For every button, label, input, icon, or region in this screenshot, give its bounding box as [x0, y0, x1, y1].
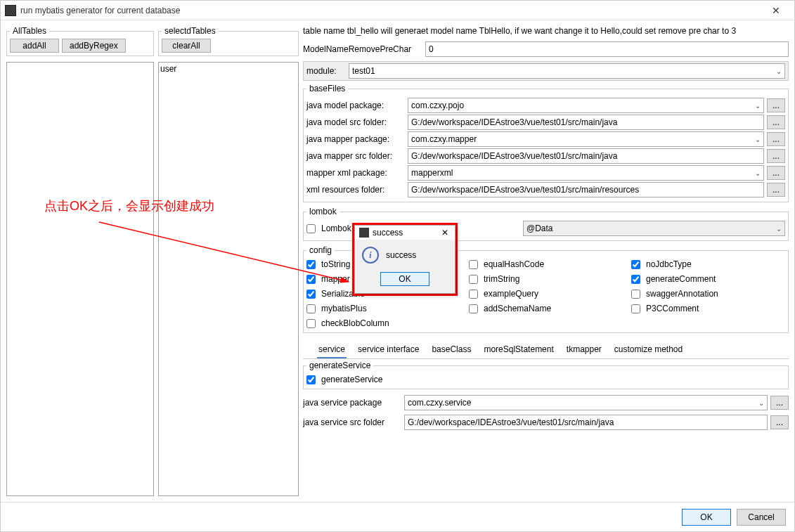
examplequery-checkbox[interactable]: [469, 290, 478, 299]
addall-button[interactable]: addAll: [10, 39, 59, 53]
javamodelpackage-input[interactable]: com.czxy.pojo⌄: [408, 98, 764, 113]
selectedtables-list[interactable]: user: [158, 62, 299, 496]
javamappersrc-input[interactable]: [408, 148, 764, 164]
javamodelsrc-input[interactable]: [408, 115, 764, 130]
basefiles-legend: baseFiles: [306, 84, 348, 93]
javamodelsrc-label: java model src folder:: [306, 117, 405, 127]
browse-button[interactable]: ...: [767, 132, 785, 146]
tab-customize[interactable]: customize method: [613, 342, 684, 358]
config-legend: config: [306, 245, 335, 255]
tab-moresql[interactable]: moreSqlStatement: [482, 342, 555, 358]
alltables-legend: AllTables: [10, 26, 49, 36]
mapperxmlpackage-label: mapper xml package:: [306, 168, 405, 178]
browse-button[interactable]: ...: [767, 166, 785, 180]
trimstring-checkbox[interactable]: [469, 275, 478, 284]
swagger-checkbox[interactable]: [631, 290, 640, 299]
javaservicepackage-label: java service package: [303, 398, 401, 408]
clearall-button[interactable]: clearAll: [162, 39, 211, 53]
p3c-checkbox[interactable]: [631, 304, 640, 313]
chevron-down-icon: ⌄: [755, 136, 761, 143]
mapper-checkbox[interactable]: [306, 275, 316, 284]
annotation-text: 点击OK之后，会显示创建成功: [44, 197, 214, 214]
tab-baseclass[interactable]: baseClass: [430, 342, 472, 358]
window-title: run mybatis generator for current databa…: [20, 6, 762, 15]
addbyregex-button[interactable]: addByRegex: [62, 39, 126, 53]
nojdbctype-checkbox[interactable]: [631, 260, 640, 269]
javamappersrc-label: java mapper src folder:: [306, 151, 405, 161]
javaservicesrc-input[interactable]: [404, 415, 768, 430]
module-label: module:: [306, 66, 346, 76]
modelnamepre-label: ModelNameRemovePreChar: [303, 44, 422, 54]
browse-button[interactable]: ...: [767, 115, 785, 129]
equalhashcode-checkbox[interactable]: [469, 260, 478, 269]
javaservicepackage-input[interactable]: com.czxy.service⌄: [404, 395, 768, 410]
basefiles-group: baseFiles java model package: com.czxy.p…: [303, 84, 789, 202]
xmlresources-label: xml resources folder:: [306, 185, 405, 195]
service-legend: generateService: [306, 361, 373, 370]
lombok-legend: lombok: [306, 207, 340, 216]
selectedtables-legend: selectdTables: [162, 26, 219, 36]
chevron-down-icon: ⌄: [776, 225, 782, 233]
app-icon: [359, 228, 369, 238]
tabs: service service interface baseClass more…: [303, 337, 789, 359]
modal-close-icon[interactable]: ✕: [439, 228, 451, 238]
mybatisplus-checkbox[interactable]: [306, 304, 316, 313]
checkblob-checkbox[interactable]: [306, 319, 316, 328]
module-select[interactable]: test01 ⌄: [349, 63, 785, 79]
lombok-data-select[interactable]: @Data⌄: [523, 221, 785, 236]
cancel-button[interactable]: Cancel: [737, 509, 786, 526]
success-modal-highlight: success ✕ i success OK: [352, 223, 458, 296]
browse-button[interactable]: ...: [770, 396, 789, 410]
ok-button[interactable]: OK: [682, 509, 731, 526]
info-icon: i: [362, 247, 379, 264]
javamapperpackage-input[interactable]: com.czxy.mapper⌄: [408, 131, 764, 147]
tab-tkmapper[interactable]: tkmapper: [565, 342, 603, 358]
serializable-checkbox[interactable]: [306, 290, 316, 299]
hint-text: table name tbl_hello will generaet model…: [303, 26, 789, 36]
lombok-checkbox[interactable]: [306, 224, 316, 233]
addschema-checkbox[interactable]: [469, 304, 478, 313]
chevron-down-icon: ⌄: [755, 169, 761, 177]
chevron-down-icon: ⌄: [776, 67, 782, 75]
tostring-checkbox[interactable]: [306, 260, 316, 269]
app-icon: [5, 5, 16, 16]
lombok-label: Lombok: [321, 223, 351, 233]
generateservice-checkbox[interactable]: [306, 375, 316, 384]
javamapperpackage-label: java mapper package:: [306, 134, 405, 144]
chevron-down-icon: ⌄: [755, 102, 761, 110]
xmlresources-input[interactable]: [408, 182, 764, 197]
tab-service-interface[interactable]: service interface: [356, 342, 420, 358]
list-item[interactable]: user: [160, 64, 297, 74]
javamodelpackage-label: java model package:: [306, 100, 405, 110]
service-group: generateService generateService: [303, 361, 789, 389]
mapperxmlpackage-input[interactable]: mapperxml⌄: [408, 165, 764, 181]
tab-service[interactable]: service: [317, 342, 347, 358]
close-icon[interactable]: ✕: [762, 5, 790, 16]
titlebar: run mybatis generator for current databa…: [1, 1, 794, 20]
browse-button[interactable]: ...: [770, 415, 789, 429]
javaservicesrc-label: java service src folder: [303, 417, 401, 427]
selectedtables-header: selectdTables clearAll: [158, 26, 299, 56]
modal-message: success: [386, 250, 416, 260]
modal-title: success: [373, 228, 439, 238]
generatecomment-checkbox[interactable]: [631, 275, 640, 284]
browse-button[interactable]: ...: [767, 98, 785, 112]
browse-button[interactable]: ...: [767, 183, 785, 197]
browse-button[interactable]: ...: [767, 149, 785, 163]
chevron-down-icon: ⌄: [758, 399, 764, 407]
alltables-list[interactable]: [6, 62, 154, 496]
modelnamepre-input[interactable]: [425, 41, 789, 57]
modal-ok-button[interactable]: OK: [380, 272, 429, 286]
success-modal: success ✕ i success OK: [354, 225, 455, 294]
alltables-header: AllTables addAll addByRegex: [6, 26, 154, 56]
